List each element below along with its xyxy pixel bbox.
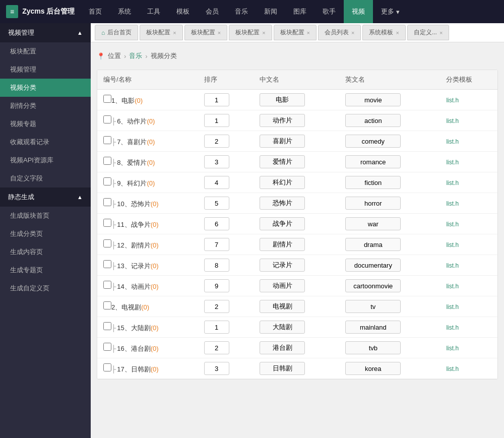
- nav-more[interactable]: 更多 ▾: [373, 0, 408, 23]
- cn-input[interactable]: [260, 176, 305, 189]
- row-checkbox[interactable]: [103, 136, 111, 144]
- en-input[interactable]: [345, 93, 401, 106]
- en-input[interactable]: [345, 238, 401, 251]
- nav-video[interactable]: 视频: [344, 0, 373, 23]
- order-input[interactable]: [204, 321, 229, 334]
- order-input[interactable]: [204, 114, 229, 127]
- order-input[interactable]: [204, 135, 229, 148]
- tab-block-config-3-close[interactable]: ×: [262, 30, 265, 36]
- order-input[interactable]: [204, 362, 229, 375]
- tab-custom[interactable]: 自定义... ×: [407, 25, 449, 40]
- sidebar-item-video-category[interactable]: 视频分类: [0, 79, 91, 97]
- cn-input[interactable]: [260, 114, 305, 127]
- en-input[interactable]: [345, 114, 401, 127]
- tab-home[interactable]: ⌂ 后台首页: [95, 25, 138, 40]
- sidebar-item-gen-topic[interactable]: 生成专题页: [0, 261, 91, 279]
- cn-input[interactable]: [260, 197, 305, 210]
- nav-tools[interactable]: 工具: [139, 0, 168, 23]
- en-input[interactable]: [345, 135, 401, 148]
- sidebar-item-block-config[interactable]: 板块配置: [0, 42, 91, 60]
- en-input[interactable]: [345, 197, 401, 210]
- en-input[interactable]: [345, 176, 401, 189]
- sidebar-item-gen-content[interactable]: 生成内容页: [0, 243, 91, 261]
- cn-input[interactable]: [260, 300, 305, 313]
- order-input[interactable]: [204, 197, 229, 210]
- tab-system-template-close[interactable]: ×: [396, 30, 399, 36]
- breadcrumb-music[interactable]: 音乐: [129, 51, 142, 60]
- order-input[interactable]: [204, 279, 229, 292]
- tab-member-list[interactable]: 会员列表 ×: [318, 25, 361, 40]
- row-checkbox[interactable]: [103, 260, 111, 268]
- tab-block-config-1-close[interactable]: ×: [173, 30, 176, 36]
- order-input[interactable]: [204, 176, 229, 189]
- cell-tpl: list.h: [440, 172, 497, 193]
- sidebar-item-gen-custom[interactable]: 生成自定义页: [0, 279, 91, 297]
- row-checkbox[interactable]: [103, 219, 111, 227]
- tab-block-config-2[interactable]: 板块配置 ×: [184, 25, 227, 40]
- sidebar-item-video-api[interactable]: 视频API资源库: [0, 151, 91, 169]
- sidebar-item-video-manage[interactable]: 视频管理: [0, 60, 91, 79]
- cn-input[interactable]: [260, 321, 305, 334]
- tab-block-config-2-close[interactable]: ×: [218, 30, 221, 36]
- order-input[interactable]: [204, 155, 229, 168]
- order-input[interactable]: [204, 217, 229, 230]
- en-input[interactable]: [345, 279, 401, 292]
- sidebar-item-custom-fields[interactable]: 自定义字段: [0, 169, 91, 187]
- row-checkbox[interactable]: [103, 157, 111, 165]
- nav-system[interactable]: 系统: [110, 0, 139, 23]
- order-input[interactable]: [204, 259, 229, 272]
- en-input[interactable]: [345, 300, 401, 313]
- cn-input[interactable]: [260, 135, 305, 148]
- cn-input[interactable]: [260, 238, 305, 251]
- sidebar-item-drama-category[interactable]: 剧情分类: [0, 97, 91, 115]
- order-input[interactable]: [204, 300, 229, 313]
- menu-toggle-icon[interactable]: ≡: [6, 5, 18, 18]
- sidebar-item-watch-history[interactable]: 收藏观看记录: [0, 133, 91, 151]
- cn-input[interactable]: [260, 217, 305, 230]
- row-checkbox[interactable]: [103, 115, 111, 123]
- tab-block-config-4[interactable]: 板块配置 ×: [274, 25, 317, 40]
- tab-block-config-3[interactable]: 板块配置 ×: [229, 25, 272, 40]
- nav-member[interactable]: 会员: [198, 0, 227, 23]
- cn-input[interactable]: [260, 279, 305, 292]
- row-checkbox[interactable]: [103, 239, 111, 247]
- order-input[interactable]: [204, 341, 229, 354]
- en-input[interactable]: [345, 341, 401, 354]
- en-input[interactable]: [345, 362, 401, 375]
- nav-news[interactable]: 新闻: [256, 0, 285, 23]
- nav-singer[interactable]: 歌手: [314, 0, 344, 23]
- tab-custom-close[interactable]: ×: [439, 30, 443, 36]
- tab-system-template[interactable]: 系统模板 ×: [362, 25, 405, 40]
- tab-block-config-1[interactable]: 板块配置 ×: [140, 25, 182, 40]
- nav-gallery[interactable]: 图库: [285, 0, 314, 23]
- order-input[interactable]: [204, 238, 229, 251]
- cn-input[interactable]: [260, 362, 305, 375]
- cn-input[interactable]: [260, 259, 305, 272]
- en-input[interactable]: [345, 259, 401, 272]
- tab-block-config-4-close[interactable]: ×: [307, 30, 310, 36]
- row-checkbox[interactable]: [103, 95, 111, 103]
- cn-input[interactable]: [260, 341, 305, 354]
- sidebar-group-video[interactable]: 视频管理 ▲: [0, 23, 91, 42]
- en-input[interactable]: [345, 321, 401, 334]
- sidebar-item-gen-homepage[interactable]: 生成版块首页: [0, 207, 91, 225]
- en-input[interactable]: [345, 155, 401, 168]
- row-checkbox[interactable]: [103, 343, 111, 351]
- nav-home[interactable]: 首页: [81, 0, 110, 23]
- cn-input[interactable]: [260, 155, 305, 168]
- cn-input[interactable]: [260, 93, 305, 106]
- row-checkbox[interactable]: [103, 198, 111, 206]
- nav-music[interactable]: 音乐: [227, 0, 256, 23]
- row-checkbox[interactable]: [103, 281, 111, 289]
- order-input[interactable]: [204, 93, 229, 106]
- row-checkbox[interactable]: [103, 177, 111, 185]
- row-checkbox[interactable]: [103, 301, 111, 309]
- row-checkbox[interactable]: [103, 363, 111, 371]
- sidebar-group-static[interactable]: 静态生成 ▲: [0, 187, 91, 207]
- sidebar-item-gen-category[interactable]: 生成分类页: [0, 225, 91, 243]
- nav-template[interactable]: 模板: [168, 0, 198, 23]
- tab-member-list-close[interactable]: ×: [351, 30, 354, 36]
- sidebar-item-video-topic[interactable]: 视频专题: [0, 115, 91, 133]
- row-checkbox[interactable]: [103, 322, 111, 330]
- en-input[interactable]: [345, 217, 401, 230]
